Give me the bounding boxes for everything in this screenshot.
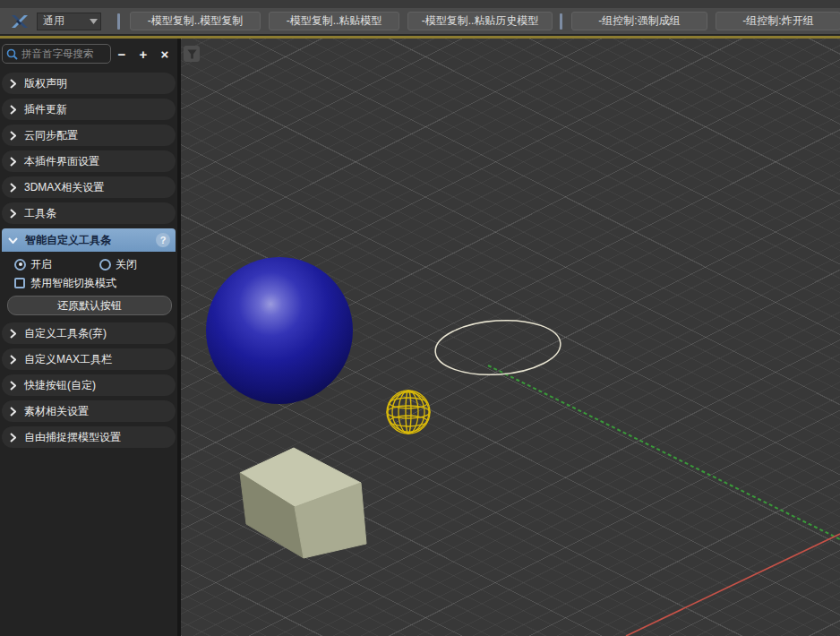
chevron-right-icon <box>10 209 16 219</box>
chevron-down-icon <box>86 13 100 30</box>
sidebar-section-plugin-update[interactable]: 插件更新 <box>2 99 176 120</box>
sidebar-search-row: − + × <box>2 43 176 64</box>
section-label: 云同步配置 <box>24 128 78 143</box>
toolbar-separator <box>117 13 120 30</box>
section-label: 自定义MAX工具栏 <box>24 352 112 367</box>
section-label: 快捷按钮(自定) <box>24 378 96 393</box>
sidebar-section-3dmax-settings[interactable]: 3DMAX相关设置 <box>2 176 176 198</box>
section-label: 工具条 <box>24 206 56 221</box>
help-icon[interactable]: ? <box>156 233 170 247</box>
search-icon <box>6 48 18 60</box>
chevron-right-icon <box>10 79 16 89</box>
category-dropdown[interactable]: 通用 <box>37 13 101 30</box>
blue-sphere-object <box>206 257 353 404</box>
checkbox-label: 禁用智能切换模式 <box>30 276 116 291</box>
model-copy-copy-button[interactable]: -模型复制..模型复制 <box>130 12 261 30</box>
section-label: 自定义工具条(弃) <box>24 326 107 341</box>
section-label: 版权声明 <box>24 76 67 91</box>
disable-smart-switch-row: 禁用智能切换模式 <box>14 276 176 290</box>
toolbar-row: 通用 -模型复制..模型复制 -模型复制..粘贴模型 -模型复制..粘贴历史模型… <box>0 8 840 34</box>
sidebar-section-toolbar-strip[interactable]: 工具条 <box>2 202 176 224</box>
sidebar-section-custom-max-toolbar[interactable]: 自定义MAX工具栏 <box>2 348 176 370</box>
radio-on-label: 开启 <box>30 257 52 272</box>
sidebar-section-shortcut-buttons[interactable]: 快捷按钮(自定) <box>2 374 176 396</box>
model-copy-paste-history-button[interactable]: -模型复制..粘贴历史模型 <box>407 12 553 30</box>
toggle-radio-row: 开启 关闭 <box>14 257 176 271</box>
sidebar-section-ui-settings[interactable]: 本插件界面设置 <box>2 150 176 172</box>
expand-all-button[interactable]: + <box>133 47 154 62</box>
smart-toolbar-options: 开启 关闭 禁用智能切换模式 还原默认按钮 <box>2 257 176 322</box>
plugin-x-logo-icon <box>10 13 30 30</box>
circle-spline-object <box>433 316 562 379</box>
section-label: 本插件界面设置 <box>24 154 99 169</box>
chevron-right-icon <box>10 183 16 193</box>
wireframe-sphere-object <box>385 390 432 434</box>
scene-render <box>181 39 840 636</box>
chevron-right-icon <box>10 407 16 417</box>
box-object <box>240 448 366 558</box>
group-explode-button[interactable]: -组控制:炸开组 <box>716 12 840 30</box>
chevron-right-icon <box>10 433 16 443</box>
category-dropdown-value: 通用 <box>38 13 86 29</box>
sidebar-section-cloud-sync[interactable]: 云同步配置 <box>2 125 176 146</box>
model-copy-paste-button[interactable]: -模型复制..粘贴模型 <box>269 12 399 30</box>
sidebar-section-material-settings[interactable]: 素材相关设置 <box>2 400 176 422</box>
sidebar-section-copyright[interactable]: 版权声明 <box>2 73 176 94</box>
search-input[interactable] <box>21 48 107 59</box>
section-label: 自由捕捉摆模型设置 <box>24 430 121 445</box>
restore-default-buttons-button[interactable]: 还原默认按钮 <box>7 296 172 315</box>
chevron-right-icon <box>10 157 16 167</box>
top-toolbar: 通用 -模型复制..模型复制 -模型复制..粘贴模型 -模型复制..粘贴历史模型… <box>0 0 840 39</box>
section-label: 3DMAX相关设置 <box>24 180 104 195</box>
group-force-group-button[interactable]: -组控制:强制成组 <box>571 12 707 30</box>
disable-smart-switch-checkbox[interactable] <box>14 278 25 288</box>
chevron-right-icon <box>10 131 16 141</box>
toolbar-separator <box>560 13 562 30</box>
close-panel-button[interactable]: × <box>154 47 176 62</box>
sidebar-section-custom-toolbar-deprecated[interactable]: 自定义工具条(弃) <box>2 322 176 344</box>
plugin-sidebar: − + × 版权声明 插件更新 云同步配置 本插件界面设置 3DMAX相关设置 … <box>0 39 181 636</box>
chevron-right-icon <box>10 329 16 339</box>
radio-on[interactable] <box>14 259 26 271</box>
sidebar-section-smart-custom-toolbar[interactable]: 智能自定义工具条 ? <box>2 228 176 252</box>
axis-y-green <box>488 365 840 539</box>
section-label: 素材相关设置 <box>24 404 89 419</box>
section-label: 插件更新 <box>24 102 67 117</box>
collapse-all-button[interactable]: − <box>111 47 133 62</box>
chevron-right-icon <box>10 105 16 115</box>
search-box[interactable] <box>2 44 111 64</box>
radio-off-label: 关闭 <box>116 257 137 272</box>
chevron-right-icon <box>10 355 16 365</box>
chevron-right-icon <box>10 381 16 391</box>
3d-viewport[interactable] <box>181 39 840 636</box>
radio-off[interactable] <box>99 259 111 271</box>
chevron-down-icon <box>8 237 18 244</box>
active-section-title: 智能自定义工具条 <box>25 233 111 248</box>
axis-x-red <box>626 534 840 636</box>
sidebar-section-free-snap-placement[interactable]: 自由捕捉摆模型设置 <box>2 426 176 448</box>
plugin-manager-window: 通用 -模型复制..模型复制 -模型复制..粘贴模型 -模型复制..粘贴历史模型… <box>0 0 840 636</box>
